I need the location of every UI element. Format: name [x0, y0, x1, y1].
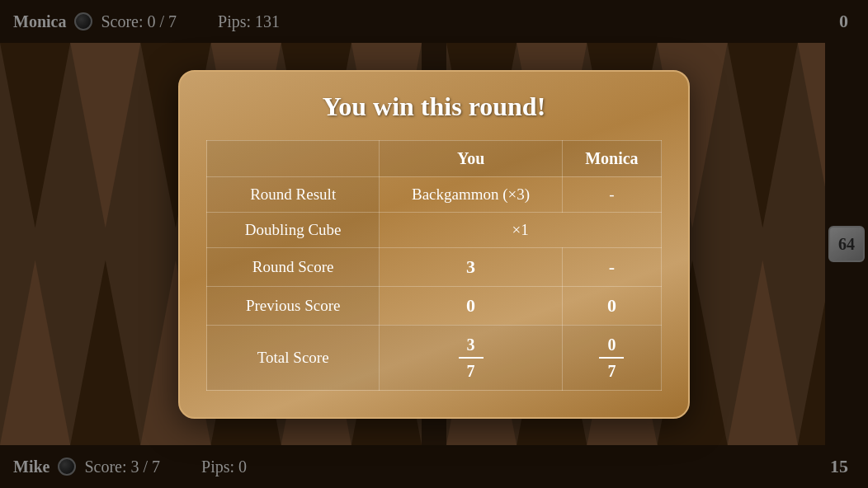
- table-header-empty: [207, 140, 380, 176]
- total-score-monica-top: 0: [607, 334, 616, 355]
- total-score-monica: 0 7: [562, 325, 661, 390]
- round-result-row: Round Result Backgammon (×3) -: [207, 176, 662, 212]
- modal-title: You win this round!: [206, 92, 662, 122]
- round-result-modal: You win this round! You Monica Round Res…: [178, 70, 690, 419]
- doubling-cube-row: Doubling Cube ×1: [207, 212, 662, 247]
- total-score-monica-bottom: 7: [607, 360, 616, 382]
- round-score-label: Round Score: [207, 247, 380, 286]
- round-result-you: Backgammon (×3): [380, 176, 562, 212]
- total-score-you: 3 7: [380, 325, 562, 390]
- total-score-you-bottom: 7: [467, 360, 475, 382]
- total-score-label: Total Score: [207, 325, 380, 390]
- round-result-monica: -: [562, 176, 661, 212]
- table-header-you: You: [380, 140, 562, 176]
- round-score-monica: -: [562, 247, 661, 286]
- previous-score-row: Previous Score 0 0: [207, 286, 662, 325]
- fraction-line-you: [459, 357, 484, 359]
- modal-overlay: You win this round! You Monica Round Res…: [0, 0, 868, 488]
- fraction-line-monica: [599, 357, 624, 359]
- total-score-row: Total Score 3 7 0 7: [207, 325, 662, 390]
- previous-score-monica: 0: [562, 286, 661, 325]
- total-fraction-monica: 0 7: [574, 334, 649, 382]
- previous-score-you: 0: [380, 286, 562, 325]
- round-score-row: Round Score 3 -: [207, 247, 662, 286]
- total-fraction-you: 3 7: [391, 334, 550, 382]
- table-header-monica: Monica: [562, 140, 661, 176]
- total-score-you-top: 3: [467, 334, 475, 355]
- previous-score-label: Previous Score: [207, 286, 380, 325]
- doubling-cube-value: ×1: [380, 212, 662, 247]
- round-score-you: 3: [380, 247, 562, 286]
- doubling-cube-label: Doubling Cube: [207, 212, 380, 247]
- score-table: You Monica Round Result Backgammon (×3) …: [206, 140, 662, 391]
- round-result-label: Round Result: [207, 176, 380, 212]
